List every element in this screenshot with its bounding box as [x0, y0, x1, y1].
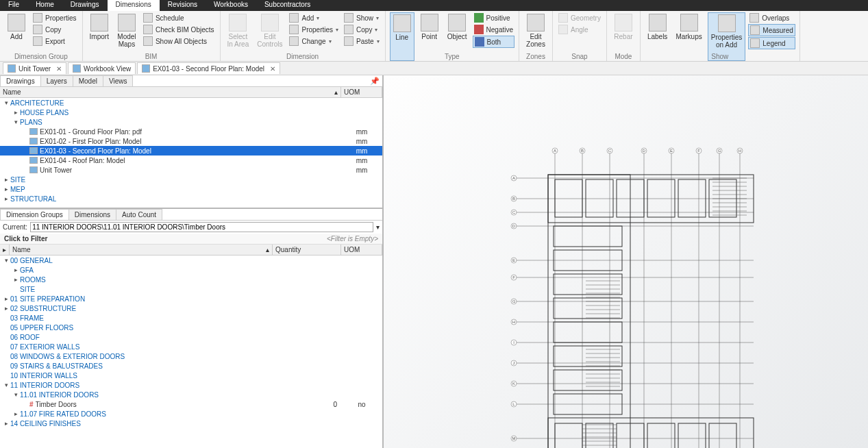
- tree-row[interactable]: ▸14 CEILING FINISHES: [0, 419, 382, 428]
- panel-tab-drawings[interactable]: Drawings: [0, 75, 41, 86]
- show-measured[interactable]: Measured: [748, 24, 795, 36]
- tree-row[interactable]: ▸02 SUBSTRUCTURE: [0, 303, 382, 313]
- pin-icon[interactable]: 📌: [370, 77, 380, 86]
- expand-arrow-icon[interactable]: ▸: [3, 295, 10, 302]
- close-icon[interactable]: ✕: [56, 65, 62, 73]
- tree-row[interactable]: ▸GFA: [0, 265, 382, 275]
- copy-button[interactable]: Copy: [32, 24, 78, 35]
- tab-workbook-view[interactable]: Workbook View: [68, 62, 136, 74]
- menu-dimensions[interactable]: Dimensions: [108, 0, 160, 11]
- expand-arrow-icon[interactable]: ▾: [3, 382, 10, 388]
- drawing-viewport[interactable]: ABCDEFGHABCDEFGHIJKLM: [384, 75, 868, 448]
- dim-change[interactable]: Change: [288, 36, 340, 47]
- dim-show[interactable]: Show: [343, 12, 381, 23]
- expand-arrow-icon[interactable]: ▸: [3, 305, 10, 312]
- tree-row[interactable]: 07 EXTERIOR WALLS: [0, 342, 382, 351]
- tree-row[interactable]: ▾PLANS: [0, 117, 382, 127]
- dropdown-icon[interactable]: ▾: [376, 223, 380, 231]
- close-icon[interactable]: ✕: [270, 65, 275, 73]
- tree-row[interactable]: ▾11 INTERIOR DOORS: [0, 380, 382, 390]
- expand-arrow-icon[interactable]: ▸: [12, 410, 20, 417]
- expand-arrow-icon[interactable]: ▾: [12, 119, 20, 125]
- dim-copy[interactable]: Copy: [343, 24, 381, 35]
- row-name: 06 ROOF: [10, 334, 273, 341]
- col-uom[interactable]: UOM: [341, 87, 382, 97]
- tree-row[interactable]: #Timber Doors0no: [0, 399, 382, 409]
- dim-tab-dimension-groups[interactable]: Dimension Groups: [0, 209, 69, 220]
- tree-row[interactable]: ▸01 SITE PREPARATION: [0, 294, 382, 303]
- row-name: Unit Tower: [40, 166, 341, 174]
- dim-add[interactable]: Add: [288, 12, 340, 23]
- properties-button[interactable]: Properties: [32, 12, 78, 23]
- dim-properties[interactable]: Properties: [288, 24, 340, 35]
- menu-workbooks[interactable]: Workbooks: [206, 0, 256, 11]
- show-overlaps[interactable]: Overlaps: [748, 12, 795, 23]
- panel-tab-views[interactable]: Views: [103, 75, 134, 86]
- tree-row[interactable]: 06 ROOF: [0, 332, 382, 342]
- tree-row[interactable]: EX01-02 - First Floor Plan: Modelmm: [0, 136, 382, 146]
- dim-paste[interactable]: Paste: [343, 36, 381, 47]
- export-button[interactable]: Export: [32, 36, 78, 47]
- filter-empty: <Filter is Empty>: [327, 235, 378, 242]
- tree-row[interactable]: ▸MEP: [0, 184, 382, 194]
- row-name: 10 INTERIOR WALLS: [10, 372, 273, 379]
- menu-drawings[interactable]: Drawings: [62, 0, 108, 11]
- tree-row[interactable]: ▸11.07 FIRE RATED DOORS: [0, 409, 382, 419]
- expand-arrow-icon[interactable]: ▾: [3, 99, 10, 106]
- check-bim-button[interactable]: Check BIM Objects: [142, 24, 216, 35]
- negative-toggle[interactable]: Negative: [473, 24, 514, 35]
- menu-home[interactable]: Home: [27, 0, 62, 11]
- tree-row[interactable]: EX01-04 - Roof Plan: Modelmm: [0, 155, 382, 165]
- col-name[interactable]: Name ▴: [0, 87, 341, 97]
- svg-text:A: A: [554, 149, 556, 153]
- panel-tab-model[interactable]: Model: [73, 75, 103, 86]
- snap-geometry[interactable]: Geometry: [557, 12, 602, 23]
- menu-subcontractors[interactable]: Subcontractors: [256, 0, 319, 11]
- tree-row[interactable]: Unit Towermm: [0, 165, 382, 175]
- expand-arrow-icon[interactable]: ▸: [3, 420, 10, 427]
- expand-arrow-icon[interactable]: ▸: [12, 276, 20, 283]
- tree-row[interactable]: ▸STRUCTURAL: [0, 194, 382, 203]
- tree-row[interactable]: ▸HOUSE PLANS: [0, 108, 382, 117]
- dim-col-name[interactable]: Name ▴: [10, 245, 273, 255]
- expand-arrow-icon[interactable]: ▸: [3, 176, 10, 183]
- dim-col-qty[interactable]: Quantity: [273, 245, 341, 255]
- show-legend[interactable]: Legend: [748, 37, 795, 49]
- menu-revisions[interactable]: Revisions: [160, 0, 206, 11]
- expand-arrow-icon[interactable]: ▸: [12, 266, 20, 273]
- schedule-button[interactable]: Schedule: [142, 12, 216, 23]
- tree-row[interactable]: 05 UPPER FLOORS: [0, 323, 382, 332]
- tree-row[interactable]: EX01-01 - Ground Floor Plan: pdfmm: [0, 127, 382, 136]
- snap-angle[interactable]: Angle: [557, 24, 602, 35]
- tree-row[interactable]: 09 STAIRS & BALUSTRADES: [0, 361, 382, 371]
- tree-row[interactable]: ▾11.01 INTERIOR DOORS: [0, 390, 382, 399]
- tree-row[interactable]: ▸SITE: [0, 175, 382, 184]
- expand-col[interactable]: ▸: [0, 245, 10, 255]
- dim-col-uom[interactable]: UOM: [341, 245, 382, 255]
- expand-arrow-icon[interactable]: ▸: [3, 195, 10, 202]
- filter-row[interactable]: Click to Filter <Filter is Empty>: [0, 234, 382, 245]
- show-all-button[interactable]: Show All Objects: [142, 36, 216, 47]
- current-input[interactable]: [30, 222, 373, 232]
- tree-row[interactable]: SITE: [0, 284, 382, 294]
- tab-unit-tower[interactable]: Unit Tower✕: [3, 62, 66, 74]
- tab-ex01-03[interactable]: EX01-03 - Second Floor Plan: Model✕: [137, 62, 280, 74]
- tree-row[interactable]: ▸ROOMS: [0, 275, 382, 284]
- both-toggle[interactable]: Both: [473, 36, 514, 48]
- tree-row[interactable]: 08 WINDOWS & EXTERIOR DOORS: [0, 351, 382, 361]
- expand-arrow-icon[interactable]: ▾: [12, 391, 20, 398]
- dim-show-icon: [344, 13, 354, 23]
- expand-arrow-icon[interactable]: ▸: [12, 109, 20, 116]
- dim-tab-auto-count[interactable]: Auto Count: [116, 209, 162, 220]
- tree-row[interactable]: EX01-03 - Second Floor Plan: Modelmm: [0, 146, 382, 155]
- expand-arrow-icon[interactable]: ▸: [3, 186, 10, 192]
- menu-file[interactable]: File: [0, 0, 27, 11]
- tree-row[interactable]: ▾ARCHITECTURE: [0, 98, 382, 108]
- tree-row[interactable]: ▾00 GENERAL: [0, 256, 382, 265]
- tree-row[interactable]: 10 INTERIOR WALLS: [0, 371, 382, 380]
- positive-toggle[interactable]: Positive: [473, 12, 514, 23]
- expand-arrow-icon[interactable]: ▾: [3, 257, 10, 264]
- tree-row[interactable]: 03 FRAME: [0, 313, 382, 323]
- panel-tab-layers[interactable]: Layers: [40, 75, 73, 86]
- dim-tab-dimensions[interactable]: Dimensions: [69, 209, 116, 220]
